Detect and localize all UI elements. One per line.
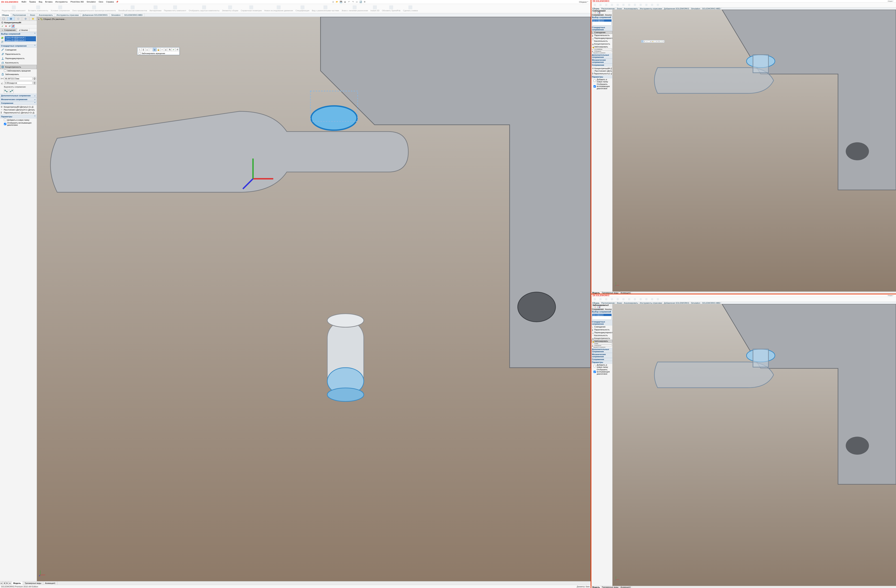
ctx-tangent-icon[interactable]: ⌒	[149, 48, 153, 52]
tab-display-icon[interactable]	[29, 17, 37, 21]
ctx-ok-icon[interactable]: ✔	[172, 48, 175, 52]
entities-icon[interactable]: 🧩	[1, 36, 4, 40]
sec-mechanical-mates[interactable]: Механические сопряжения⌄	[0, 97, 37, 101]
tab-layout[interactable]: Расположение	[11, 13, 28, 17]
menu-help[interactable]: Справка	[105, 0, 115, 4]
lock-rotation-checkbox[interactable]: Заблокировать вращение	[0, 69, 37, 72]
btab-model[interactable]: Модель	[11, 581, 23, 585]
btab-3dviews[interactable]: Трехмерные виды	[23, 581, 43, 585]
selection-list[interactable]: Грань<8>@Деталь4-1 Грань<9>@Деталь3-1	[5, 36, 36, 42]
tab-dimxpert-icon[interactable]	[22, 17, 29, 21]
print-icon[interactable]: 🖶	[343, 0, 347, 4]
opt-newfolder[interactable]: Добавить в новую папку	[0, 119, 37, 122]
rb-linear-pattern[interactable]: Линейный массив компонентов	[117, 4, 148, 13]
menu-file[interactable]: Файл	[20, 0, 27, 4]
ctx-lock-icon[interactable]: 🔒	[157, 48, 160, 52]
sec-mates-list[interactable]: Сопряжения⌃	[0, 101, 37, 105]
rb-preview-window[interactable]: Окно предварительного просмотра компонен…	[71, 4, 117, 13]
select-icon[interactable]: ▭	[355, 0, 358, 4]
ctx-lock-rotation[interactable]: Заблокировать вращение	[137, 52, 179, 55]
pin-menu-icon[interactable]: 📌	[116, 0, 119, 4]
rb-bom[interactable]: Спецификация	[294, 4, 310, 13]
rb-motion-study[interactable]: Новое исследование движения	[263, 4, 294, 13]
menu-photoview[interactable]: PhotoView 360	[69, 0, 85, 4]
tree-mate-item[interactable]: ∥Параллельность1 (Деталь1<1>,Д	[0, 111, 37, 114]
tab-simulation[interactable]: Simulation	[110, 13, 122, 17]
mate-tangent[interactable]: Касательность	[0, 61, 37, 65]
tree-mate-item[interactable]: ↔Расстояние1 (Деталь3<1>,Деталь	[0, 108, 37, 111]
redo-icon[interactable]: ↷	[351, 0, 355, 4]
tab-mbd[interactable]: SOLIDWORKS MBD	[122, 13, 145, 17]
mate-lock[interactable]: Заблокировать	[0, 72, 37, 76]
ctx-angle-icon[interactable]: ∠	[164, 48, 168, 52]
tab-prev-icon[interactable]: ◀	[3, 581, 6, 585]
rb-snapshot[interactable]: Сделать снимок	[402, 4, 419, 13]
pushpin-button[interactable]: 📌	[11, 25, 15, 28]
rb-explode-sketch[interactable]: Эскиз с линиями разнесения	[340, 4, 369, 13]
mate-coincident[interactable]: Совпадение	[0, 48, 37, 52]
tab-addins[interactable]: Добавления SOLIDWORKS	[81, 13, 110, 17]
graphics-viewport[interactable]: ▸ Сборка1 (По умолчани… 🔍 ⧉ ↶ ◧ 🎲 ◻ 👁 🎨 …	[37, 17, 591, 581]
redo-button[interactable]: ↺	[8, 25, 11, 28]
ok-button[interactable]: ✔	[1, 25, 4, 28]
tab-evaluate[interactable]: Анализировать	[37, 13, 55, 17]
view-triad-icon[interactable]: X Y Z	[39, 570, 45, 576]
options-icon[interactable]: ⚙	[363, 0, 366, 4]
ctx-perpendicular-icon[interactable]: ⊥	[145, 48, 149, 52]
sec-advanced-mates[interactable]: Дополнительные сопряжения⌄	[0, 94, 37, 97]
rb-speedpak[interactable]: Обновить SpeedPak	[381, 4, 402, 13]
rb-edit-component[interactable]: Редактировать компонент	[1, 4, 27, 13]
rb-instant3d[interactable]: Instant 3D	[369, 4, 381, 13]
subtab-analysis[interactable]: Анализ	[17, 28, 30, 32]
ctx-parallel-icon[interactable]: ∥	[142, 48, 145, 52]
sec-mate-selections[interactable]: Выбор сопряжений⌃	[0, 32, 37, 36]
tab-assembly[interactable]: Сборка	[0, 13, 11, 17]
cancel-button[interactable]: ✖	[4, 25, 8, 28]
ctx-flip-icon[interactable]: ⇅	[168, 48, 172, 52]
new-doc-icon[interactable]: 🗋	[332, 0, 335, 4]
angle-spinner[interactable]: ▲▼	[33, 81, 36, 85]
opt-showpopup[interactable]: Отобразить всплывающее диалоговое	[0, 122, 37, 126]
align-anti-button[interactable]	[9, 89, 14, 93]
rb-smart-fasteners[interactable]: Автокрепежи	[148, 4, 162, 13]
menu-window[interactable]: Окно	[98, 0, 105, 4]
ctx-coincident-icon[interactable]: ⧹	[138, 48, 142, 52]
rb-insert-components[interactable]: Вставить компоненты	[27, 4, 49, 13]
rb-exploded-view[interactable]: Вид с разнесенными частями	[311, 4, 340, 13]
rebuild-icon[interactable]: 🔄	[359, 0, 362, 4]
tab-last-icon[interactable]: ⏭	[9, 581, 11, 585]
tab-feature-tree-icon[interactable]	[0, 17, 8, 21]
rb-move-component[interactable]: Переместить компонент	[163, 4, 187, 13]
undo-icon[interactable]: ↶	[347, 0, 350, 4]
menu-edit[interactable]: Правка	[28, 0, 37, 4]
ctx-undo-icon[interactable]: ↺	[175, 48, 179, 52]
menu-insert[interactable]: Вставка	[44, 0, 53, 4]
tab-property-manager-icon[interactable]	[8, 17, 15, 21]
tree-mate-item[interactable]: ◎Концентричный3 (Деталь1<1>,Д	[0, 105, 37, 108]
rb-show-hidden[interactable]: Отобразить скрытые компоненты	[187, 4, 220, 13]
mate-concentric[interactable]: Концентричность	[0, 65, 37, 69]
mate-perpendicular[interactable]: Перпендикулярность	[0, 56, 37, 61]
tab-next-icon[interactable]: ▶	[6, 581, 9, 585]
menu-simulation[interactable]: Simulation	[85, 0, 97, 4]
menu-tools[interactable]: Инструменты	[54, 0, 69, 4]
ctx-concentric-icon[interactable]: ◎	[153, 48, 157, 52]
property-scroll[interactable]: Выбор сопряжений⌃ 🧩 🔗 Грань<8>@Деталь4-1…	[0, 32, 37, 581]
tab-render[interactable]: Инструменты отрисовки	[55, 13, 81, 17]
align-same-button[interactable]	[4, 89, 8, 93]
multi-mate-icon[interactable]: 🔗	[1, 40, 4, 43]
rb-mate[interactable]: Условия сопряжения	[50, 4, 71, 13]
selection-item[interactable]: Грань<9>@Деталь3-1	[5, 39, 36, 41]
ctx-distance-icon[interactable]: ↔	[160, 48, 164, 52]
tab-sketch[interactable]: Эскиз	[28, 13, 37, 17]
distance-spinner[interactable]: ▲▼	[33, 77, 36, 80]
mate-parallel[interactable]: Параллельность	[0, 52, 37, 56]
open-icon[interactable]: 📂	[335, 0, 339, 4]
tab-config-icon[interactable]	[15, 17, 22, 21]
save-icon[interactable]: 💾	[340, 0, 343, 4]
menu-view[interactable]: Вид	[38, 0, 43, 4]
sec-standard-mates[interactable]: Стандартные сопряжения⌃	[0, 44, 37, 48]
angle-input[interactable]	[4, 81, 32, 85]
tab-first-icon[interactable]: ⏮	[0, 581, 3, 585]
rb-ref-geometry[interactable]: Справочная геометрия	[239, 4, 263, 13]
